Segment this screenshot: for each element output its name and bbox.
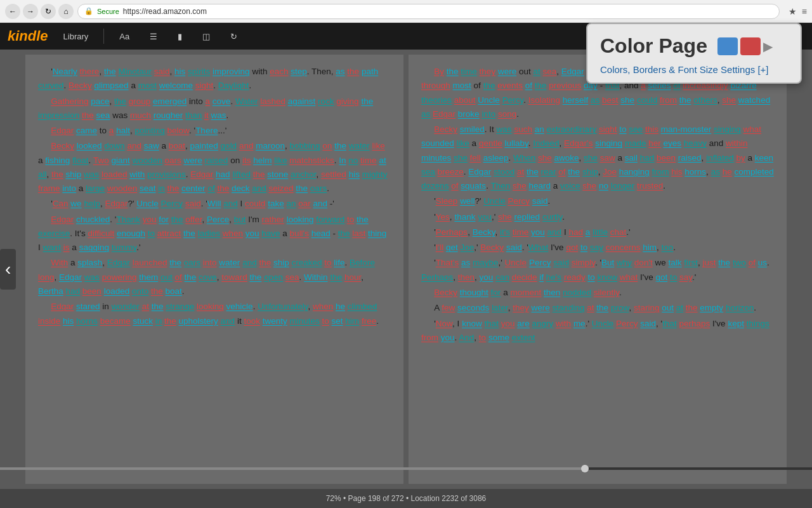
toolbar-divider bbox=[103, 29, 104, 44]
library-button[interactable]: Library bbox=[58, 29, 94, 44]
right-page: By the time they were out at sea, Edgar … bbox=[409, 55, 787, 484]
bookmark-button[interactable]: ▮ bbox=[173, 29, 187, 44]
progress-bar-container[interactable] bbox=[0, 467, 812, 470]
font-button[interactable]: Aa bbox=[114, 29, 134, 44]
browser-icons: ★ ≡ bbox=[789, 6, 807, 17]
lock-icon: 🔒 bbox=[84, 7, 93, 15]
kindle-logo: kindle bbox=[8, 28, 48, 44]
back-button[interactable]: ← bbox=[5, 4, 20, 19]
progress-bar-fill bbox=[0, 467, 585, 470]
progress-knob[interactable] bbox=[581, 465, 589, 472]
para-7: With a splash, Edgar launched the oars i… bbox=[38, 256, 391, 298]
rpara-10: 'Now, I know that you are angry with me.… bbox=[421, 317, 774, 345]
para-3: Edgar came to a halt, pointing below. 'T… bbox=[38, 124, 391, 138]
color-page-popup: Color Page ▶ Colors, Borders & Font Size… bbox=[586, 23, 802, 84]
refresh-button[interactable]: ↻ bbox=[41, 4, 56, 19]
para-2: Gathering pace, the group emerged into a… bbox=[38, 95, 391, 123]
settings-link[interactable]: Colors, Borders & Font Size Settings [+] bbox=[600, 64, 788, 75]
rpara-7: 'That's as maybe,' Uncle Percy said simp… bbox=[421, 256, 774, 284]
para-8: Edgar stared in wonder at the strange lo… bbox=[38, 300, 391, 328]
color-page-title: Color Page ▶ bbox=[600, 34, 788, 58]
rpara-2: Becky smiled. It was such an extraordina… bbox=[421, 123, 774, 193]
home-button[interactable]: ⌂ bbox=[58, 4, 74, 19]
nav-buttons: ← → ↻ ⌂ bbox=[5, 4, 74, 19]
browser-bar: ← → ↻ ⌂ 🔒 Secure https://read.amazon.com… bbox=[0, 0, 812, 23]
left-page: 'Nearly there, the Minotaur said, his sp… bbox=[25, 55, 403, 484]
url-display: https://read.amazon.com bbox=[123, 7, 207, 16]
menu-icon[interactable]: ≡ bbox=[802, 6, 807, 17]
rpara-3: 'Sleep well?' Uncle Percy said. bbox=[421, 194, 774, 208]
sync-button[interactable]: ↻ bbox=[225, 29, 242, 44]
secure-label: Secure bbox=[97, 8, 119, 15]
color-page-arrow[interactable]: ▶ bbox=[763, 39, 773, 54]
rpara-9: A few seconds later, they were standing … bbox=[421, 301, 774, 315]
rpara-8: Becky thought for a moment then nodded s… bbox=[421, 286, 774, 300]
color-icons: ▶ bbox=[717, 37, 773, 55]
blue-color-swatch bbox=[717, 37, 738, 55]
para-4: Becky looked down and saw a boat, painte… bbox=[38, 139, 391, 196]
rpara-5: 'Perhaps, Becky, it's time you and I had… bbox=[421, 225, 774, 239]
para-1: 'Nearly there, the Minotaur said, his sp… bbox=[38, 65, 391, 93]
color-page-label: Color Page bbox=[600, 34, 707, 58]
address-bar[interactable]: 🔒 Secure https://read.amazon.com bbox=[77, 4, 780, 19]
toc-button[interactable]: ☰ bbox=[145, 29, 162, 44]
reading-area: ‹ 'Nearly there, the Minotaur said, his … bbox=[0, 50, 812, 489]
forward-button[interactable]: → bbox=[23, 4, 38, 19]
rpara-4: 'Yes, thank you,' she replied curtly. bbox=[421, 210, 774, 224]
rpara-6: 'I'll get Joe,' Becky said. 'What I've g… bbox=[421, 241, 774, 255]
status-bar: 72% • Page 198 of 272 • Location 2232 of… bbox=[0, 489, 812, 508]
notes-button[interactable]: ◫ bbox=[197, 29, 215, 44]
status-text: 72% • Page 198 of 272 • Location 2232 of… bbox=[326, 494, 487, 503]
para-6: Edgar chuckled. 'Thank you for the offer… bbox=[38, 213, 391, 255]
prev-page-button[interactable]: ‹ bbox=[0, 249, 16, 290]
pages-container: 'Nearly there, the Minotaur said, his sp… bbox=[0, 50, 812, 489]
red-color-swatch bbox=[740, 37, 761, 55]
para-5: 'Can we help, Edgar?' Uncle Percy said. … bbox=[38, 197, 391, 211]
star-icon[interactable]: ★ bbox=[789, 6, 797, 17]
